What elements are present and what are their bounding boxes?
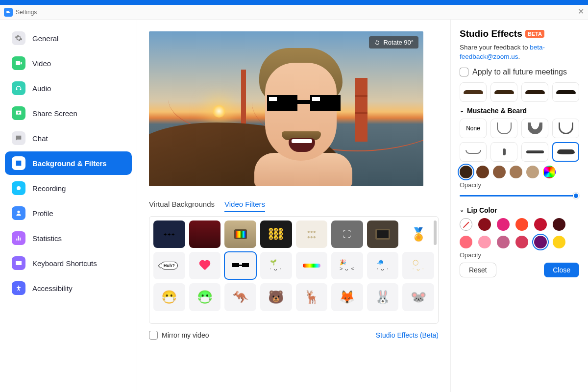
chat-icon	[12, 131, 25, 145]
color-swatch[interactable]	[534, 218, 547, 231]
color-swatch[interactable]	[497, 236, 510, 248]
rotate-label: Rotate 90°	[383, 39, 414, 46]
rotate-icon	[374, 39, 381, 46]
feedback-text: Share your feedback to beta-feedback@zoo…	[460, 43, 579, 62]
filter-mask-green[interactable]: 😷	[189, 283, 221, 311]
sidebar-item-accessibility[interactable]: Accessibility	[5, 276, 132, 300]
sidebar-item-label: Accessibility	[32, 284, 73, 293]
bridge-tower	[241, 70, 246, 128]
mirror-label: Mirror my video	[162, 331, 209, 339]
color-swatch[interactable]	[553, 218, 565, 231]
filter-mouse[interactable]: 🐭	[402, 283, 434, 311]
mustache-option[interactable]	[552, 119, 579, 138]
filter-deer[interactable]: 🐻	[260, 283, 292, 311]
color-swatch[interactable]	[515, 218, 528, 231]
filter-mask-white[interactable]: 😷	[153, 283, 185, 311]
filter-cap[interactable]: 🧢· ᴗ ·	[367, 252, 399, 279]
filter-curtain[interactable]	[189, 220, 221, 248]
checkbox-icon	[460, 68, 468, 76]
filter-fox[interactable]: 🦊	[331, 283, 363, 311]
color-swatch[interactable]	[493, 166, 506, 178]
filter-emoji[interactable]: 😀😀😀😀😀😀😀😀😀	[260, 220, 292, 248]
preview-face	[254, 50, 347, 182]
zoom-app-icon	[4, 8, 13, 17]
background-icon	[12, 156, 25, 170]
color-swatch[interactable]	[526, 166, 539, 178]
section-mustache[interactable]: ⌄Mustache & Beard	[460, 107, 579, 115]
filter-bunny[interactable]: 🐰	[367, 283, 399, 311]
mustache-option[interactable]	[490, 142, 517, 162]
sidebar-item-video[interactable]: Video	[5, 51, 132, 75]
video-preview: Rotate 90°	[149, 31, 423, 186]
mustache-option[interactable]	[521, 119, 548, 138]
sidebar-item-label: Background & Filters	[32, 159, 107, 168]
color-picker-icon[interactable]	[543, 166, 556, 178]
filter-sprout[interactable]: 🌱· ᴗ ·	[260, 252, 292, 279]
filter-heart[interactable]	[189, 252, 221, 279]
lip-opacity-label: Opacity	[460, 251, 579, 259]
sidebar-item-statistics[interactable]: Statistics	[5, 226, 132, 250]
filter-crop[interactable]: ⛶	[331, 220, 363, 248]
close-icon[interactable]: ✕	[578, 7, 584, 16]
filter-glasses[interactable]	[224, 252, 256, 279]
tab-video-filters[interactable]: Video Filters	[224, 200, 265, 212]
sidebar-item-label: Profile	[32, 209, 53, 218]
mustache-option[interactable]	[521, 142, 548, 162]
color-swatch[interactable]	[497, 218, 510, 231]
filter-lights[interactable]: ✦✦✦	[153, 220, 185, 248]
color-swatch-selected[interactable]	[534, 236, 547, 248]
color-swatch[interactable]	[515, 236, 528, 248]
filter-party[interactable]: 🎉> ᴗ <	[331, 252, 363, 279]
filter-award[interactable]: 🏅	[402, 220, 434, 248]
eyebrow-option[interactable]	[521, 82, 548, 102]
filter-kangaroo[interactable]: 🦘	[224, 283, 256, 311]
sidebar-item-keyboard-shortcuts[interactable]: Keyboard Shortcuts	[5, 251, 132, 275]
apply-all-checkbox[interactable]: Apply to all future meetings	[460, 68, 579, 76]
filter-scrollbar[interactable]	[434, 220, 437, 245]
sidebar-item-label: Chat	[32, 134, 48, 143]
apply-all-label: Apply to all future meetings	[472, 68, 567, 76]
color-swatch[interactable]	[478, 236, 491, 248]
close-button[interactable]: Close	[544, 263, 579, 277]
sidebar-item-profile[interactable]: Profile	[5, 201, 132, 225]
studio-effects-link[interactable]: Studio Effects (Beta)	[376, 331, 439, 339]
color-swatch[interactable]	[476, 166, 489, 178]
eyebrow-option[interactable]	[490, 82, 517, 102]
color-swatch[interactable]	[478, 218, 491, 231]
lip-none-icon[interactable]	[460, 218, 472, 231]
main-content: Rotate 90° Virtual Backgrounds Video Fil…	[137, 20, 451, 392]
color-swatch[interactable]	[460, 236, 472, 248]
eyebrow-option[interactable]	[460, 82, 487, 102]
sidebar-item-chat[interactable]: Chat	[5, 126, 132, 150]
filter-crt[interactable]	[367, 220, 399, 248]
mustache-option[interactable]	[460, 142, 487, 162]
stats-icon	[12, 231, 25, 245]
sidebar-item-general[interactable]: General	[5, 26, 132, 50]
sidebar-item-share-screen[interactable]: Share Screen	[5, 101, 132, 125]
mirror-video-checkbox[interactable]: Mirror my video	[149, 331, 209, 340]
mustache-option[interactable]	[490, 119, 517, 138]
filter-reindeer[interactable]: 🦌	[296, 283, 328, 311]
section-lip-color[interactable]: ⌄Lip Color	[460, 206, 579, 214]
tab-virtual-backgrounds[interactable]: Virtual Backgrounds	[149, 200, 215, 212]
sidebar-item-audio[interactable]: Audio	[5, 76, 132, 100]
mustache-options: None	[460, 119, 579, 162]
reset-button[interactable]: Reset	[460, 263, 496, 277]
mustache-none[interactable]: None	[460, 119, 487, 138]
titlebar: Settings ✕	[0, 5, 588, 20]
window-title: Settings	[16, 9, 37, 16]
mustache-opacity-slider[interactable]	[460, 191, 579, 200]
mustache-option-selected[interactable]	[552, 142, 579, 162]
color-swatch[interactable]	[460, 166, 472, 178]
rotate-button[interactable]: Rotate 90°	[369, 36, 418, 49]
filter-halo[interactable]: ◯· ᴗ ·	[402, 252, 434, 279]
filter-balls[interactable]: ●●●●●●	[296, 220, 328, 248]
filter-tv[interactable]	[224, 220, 256, 248]
sidebar-item-recording[interactable]: Recording	[5, 176, 132, 200]
color-swatch[interactable]	[510, 166, 522, 178]
sidebar-item-background-filters[interactable]: Background & Filters	[5, 151, 132, 175]
color-swatch[interactable]	[553, 236, 565, 248]
filter-rainbow[interactable]	[296, 252, 328, 279]
filter-huh[interactable]: Huh?	[153, 252, 185, 279]
eyebrow-option[interactable]	[552, 82, 579, 102]
